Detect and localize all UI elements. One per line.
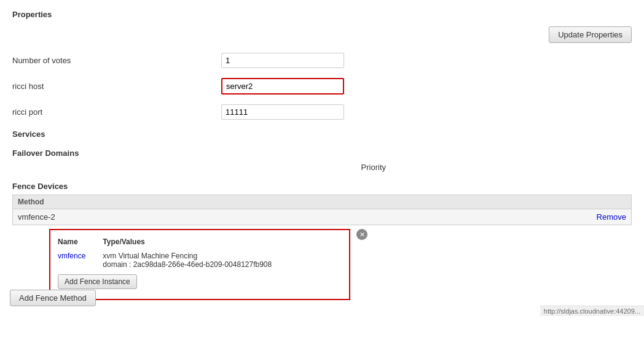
number-of-votes-input[interactable]: [221, 53, 344, 68]
col-type-header: Type/Values: [103, 236, 342, 250]
ricci-host-input[interactable]: [221, 78, 344, 95]
priority-label: Priority: [361, 163, 386, 172]
services-section: Services: [12, 129, 632, 139]
ricci-port-input[interactable]: [221, 104, 344, 120]
table-row: vmfence xvm Virtual Machine Fencing doma…: [58, 250, 342, 271]
ricci-host-label: ricci host: [12, 82, 221, 91]
fence-method-row: vmfence-2 Remove: [12, 209, 632, 225]
add-fence-method-button[interactable]: Add Fence Method: [10, 290, 96, 306]
ricci-port-label: ricci port: [12, 107, 221, 117]
fence-devices-title: Fence Devices: [12, 182, 632, 191]
update-properties-button[interactable]: Update Properties: [549, 26, 632, 43]
failover-title: Failover Domains: [12, 149, 632, 158]
method-header-label: Method: [18, 198, 44, 206]
ricci-port-row: ricci port: [12, 104, 632, 120]
fence-method-name: vmfence-2: [18, 212, 55, 222]
number-of-votes-row: Number of votes: [12, 53, 632, 68]
fence-table: Name Type/Values vmfence xvm Virtual Mac…: [58, 236, 342, 271]
type-line1: xvm Virtual Machine Fencing: [103, 252, 337, 260]
page-container: Properties Update Properties Number of v…: [0, 0, 644, 316]
priority-row: Priority: [12, 163, 632, 172]
fence-instance-outer: Name Type/Values vmfence xvm Virtual Mac…: [12, 225, 632, 304]
fence-instance-remove-icon[interactable]: [356, 229, 367, 240]
services-title: Services: [12, 129, 632, 139]
ricci-host-row: ricci host: [12, 78, 632, 95]
col-name-header: Name: [58, 236, 103, 250]
fence-method-header: Method: [12, 195, 632, 209]
update-btn-row: Update Properties: [12, 26, 632, 43]
status-bar: http://sldjas.cloudnative:44209...: [540, 306, 644, 316]
fence-devices-section: Fence Devices Method vmfence-2 Remove Na…: [12, 182, 632, 304]
failover-section: Failover Domains Priority: [12, 149, 632, 172]
properties-title: Properties: [12, 10, 632, 19]
vmfence-link[interactable]: vmfence: [58, 252, 85, 260]
remove-link[interactable]: Remove: [597, 212, 626, 222]
number-of-votes-label: Number of votes: [12, 56, 221, 65]
add-fence-instance-button[interactable]: Add Fence Instance: [58, 274, 137, 289]
type-line2: domain : 2ac98da8-266e-46ed-b209-0048127…: [103, 260, 337, 269]
